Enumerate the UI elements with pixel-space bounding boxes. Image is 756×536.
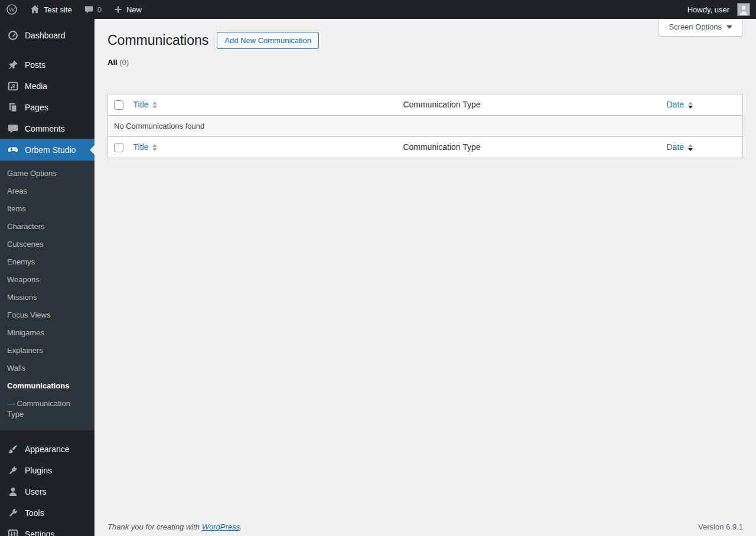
column-date-label: Date xyxy=(667,99,685,110)
pages-icon xyxy=(7,102,19,113)
plus-icon xyxy=(113,5,123,14)
table-footer-row: Title Communication Type Date xyxy=(108,137,743,158)
submenu-item-items[interactable]: Items xyxy=(0,200,94,218)
sidebar-item-label: Media xyxy=(25,81,47,91)
sidebar-item-appearance[interactable]: Appearance xyxy=(0,439,94,460)
account-menu[interactable]: Howdy, user xyxy=(682,0,756,19)
admin-footer: Thank you for creating with WordPress. V… xyxy=(94,522,756,531)
submenu-item-weapons[interactable]: Weapons xyxy=(0,271,94,289)
sidebar-item-label: Posts xyxy=(25,60,45,70)
sidebar-item-label: Plugins xyxy=(25,466,52,475)
sort-arrows-icon xyxy=(152,102,157,109)
user-icon xyxy=(7,486,19,498)
site-name-link[interactable]: Test site xyxy=(24,0,78,19)
submenu-item-areas[interactable]: Areas xyxy=(0,182,94,200)
column-type-label: Communication Type xyxy=(403,100,480,109)
sidebar-item-posts[interactable]: Posts xyxy=(0,54,94,76)
submenu-item-characters[interactable]: Characters xyxy=(0,218,94,236)
footer-thanks-text: Thank you for creating with WordPress. xyxy=(107,522,242,531)
sidebar-item-tools[interactable]: Tools xyxy=(0,502,94,524)
gamepad-icon xyxy=(7,144,19,156)
filter-links: All (0) xyxy=(94,49,756,67)
plugin-icon xyxy=(7,465,19,476)
sidebar-item-comments[interactable]: Comments xyxy=(0,118,94,139)
sidebar-item-media[interactable]: Media xyxy=(0,76,94,97)
submenu-item-game-options[interactable]: Game Options xyxy=(0,165,94,182)
chevron-down-icon xyxy=(726,25,732,29)
sidebar-item-label: Comments xyxy=(25,124,65,133)
main-content: Screen Options Communications Add New Co… xyxy=(94,19,756,536)
sidebar-item-users[interactable]: Users xyxy=(0,481,94,502)
comments-admin-bar-link[interactable]: 0 xyxy=(78,0,107,19)
comment-count: 0 xyxy=(97,5,102,14)
orbem-studio-submenu: Game Options Areas Items Characters Cuts… xyxy=(0,161,94,430)
submenu-item-focus-views[interactable]: Focus Views xyxy=(0,306,94,324)
column-type-label: Communication Type xyxy=(403,142,480,152)
submenu-item-communication-type[interactable]: — Communication Type xyxy=(0,395,94,423)
submenu-item-missions[interactable]: Missions xyxy=(0,289,94,306)
sort-by-date-link[interactable]: Date xyxy=(667,142,693,153)
empty-message: No Communications found xyxy=(108,116,743,137)
home-icon xyxy=(30,4,40,15)
sidebar-item-label: Orbem Studio xyxy=(25,145,76,155)
sort-by-title-link[interactable]: Title xyxy=(133,142,158,153)
thanks-suffix: . xyxy=(240,522,242,531)
new-label: New xyxy=(126,5,142,14)
sidebar-item-plugins[interactable]: Plugins xyxy=(0,460,94,481)
media-icon xyxy=(7,80,19,92)
pushpin-icon xyxy=(7,59,19,71)
filter-all-link[interactable]: All xyxy=(107,58,118,67)
sidebar-item-label: Dashboard xyxy=(25,31,66,40)
column-title-label: Title xyxy=(133,99,149,110)
communications-table: Title Communication Type Date No Communi… xyxy=(107,94,743,158)
select-all-checkbox[interactable] xyxy=(114,100,123,110)
submenu-item-walls[interactable]: Walls xyxy=(0,359,94,377)
svg-text:W: W xyxy=(9,6,15,13)
table-header-row: Title Communication Type Date xyxy=(108,94,743,116)
site-name-label: Test site xyxy=(44,5,72,14)
sort-arrows-icon xyxy=(688,102,693,109)
wrench-icon xyxy=(7,507,19,519)
wordpress-link[interactable]: WordPress xyxy=(202,522,240,531)
sidebar-item-dashboard[interactable]: Dashboard xyxy=(0,25,94,46)
new-content-link[interactable]: New xyxy=(107,0,148,19)
sidebar-item-label: Pages xyxy=(25,103,48,112)
select-all-checkbox[interactable] xyxy=(114,143,123,152)
wordpress-logo-menu[interactable]: W xyxy=(0,0,24,19)
howdy-label: Howdy, user xyxy=(687,5,729,14)
thanks-prefix: Thank you for creating with xyxy=(107,522,202,531)
column-date-label: Date xyxy=(667,142,685,153)
sidebar-item-label: Appearance xyxy=(25,445,70,454)
comments-icon xyxy=(7,123,19,135)
submenu-item-minigames[interactable]: Minigames xyxy=(0,324,94,342)
avatar xyxy=(737,3,750,16)
add-new-communication-button[interactable]: Add New Communication xyxy=(217,32,319,49)
sort-arrows-icon xyxy=(688,144,693,151)
filter-all-count: (0) xyxy=(119,58,129,67)
sidebar-item-label: Users xyxy=(25,487,47,496)
sort-by-title-link[interactable]: Title xyxy=(133,99,158,110)
sidebar-item-pages[interactable]: Pages xyxy=(0,97,94,118)
dashboard-icon xyxy=(7,30,19,41)
submenu-item-cutscenes[interactable]: Cutscenes xyxy=(0,236,94,253)
paintbrush-icon xyxy=(7,443,19,455)
submenu-item-enemys[interactable]: Enemys xyxy=(0,253,94,271)
sidebar-item-label: Settings xyxy=(25,530,55,536)
footer-version: Version 6.9.1 xyxy=(698,522,743,531)
sidebar-item-orbem-studio[interactable]: Orbem Studio xyxy=(0,139,94,161)
page-title: Communications xyxy=(107,31,208,49)
sidebar-item-settings[interactable]: Settings xyxy=(0,524,94,536)
settings-icon xyxy=(7,528,19,536)
submenu-item-explainers[interactable]: Explainers xyxy=(0,342,94,359)
screen-options-button[interactable]: Screen Options xyxy=(659,19,742,37)
sidebar-item-label: Tools xyxy=(25,508,44,518)
wordpress-logo-icon: W xyxy=(6,4,18,15)
comment-bubble-icon xyxy=(84,5,94,15)
sort-arrows-icon xyxy=(152,144,157,151)
admin-menu: Dashboard Posts Media Pages Comments Orb… xyxy=(0,19,94,536)
screen-options-label: Screen Options xyxy=(669,22,722,31)
submenu-item-communications[interactable]: Communications xyxy=(0,377,94,395)
column-title-label: Title xyxy=(133,142,149,153)
admin-bar: W Test site 0 New Howdy, user xyxy=(0,0,756,19)
sort-by-date-link[interactable]: Date xyxy=(667,99,693,110)
